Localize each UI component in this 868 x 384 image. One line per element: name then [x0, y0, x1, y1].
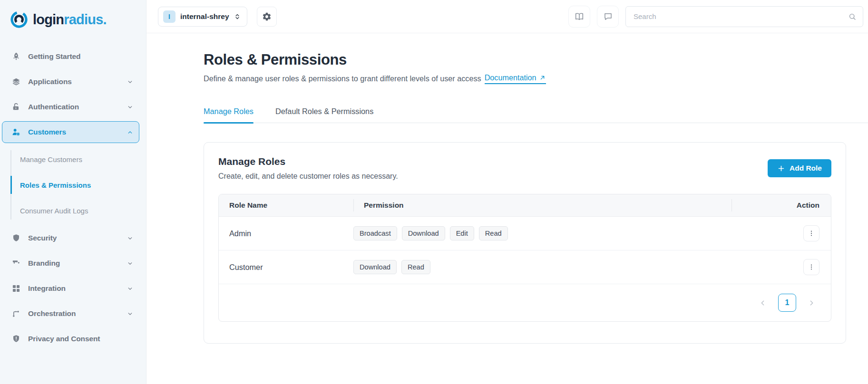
submenu-item-label: Consumer Audit Logs [20, 207, 88, 215]
chevron-left-icon [759, 299, 767, 307]
tab-default-roles-permissions[interactable]: Default Roles & Permissions [275, 107, 373, 123]
chevron-down-icon [127, 79, 133, 85]
chevron-down-icon [127, 311, 133, 317]
sidebar-item-customers[interactable]: Customers [2, 121, 139, 143]
action-cell [731, 225, 831, 241]
row-actions-menu-button[interactable] [803, 259, 819, 275]
lock-open-icon [11, 102, 21, 112]
documentation-link-label: Documentation [485, 73, 536, 82]
sidebar-item-label: Customers [28, 128, 66, 136]
loginradius-logo-text: loginradius. [33, 13, 107, 27]
sidebar-item-label: Branding [28, 259, 60, 268]
kebab-menu-icon [808, 263, 815, 271]
roles-table: Role Name Permission Action Admin Broadc… [218, 194, 831, 322]
card-title: Manage Roles [218, 156, 398, 167]
column-header-role-name: Role Name [219, 201, 353, 210]
permission-chip: Download [402, 226, 445, 240]
settings-button[interactable] [257, 7, 277, 27]
submenu-item-label: Roles & Permissions [20, 181, 91, 189]
tab-manage-roles[interactable]: Manage Roles [204, 107, 254, 123]
documentation-link[interactable]: Documentation [485, 73, 546, 84]
app-selector[interactable]: I internal-shrey [158, 7, 247, 27]
table-header-row: Role Name Permission Action [219, 194, 831, 217]
documentation-button[interactable] [568, 6, 590, 28]
permission-chip: Read [401, 260, 430, 274]
table-row: Admin Broadcast Download Edit Read [219, 217, 831, 250]
app-name: internal-shrey [180, 12, 229, 21]
chat-bubble-icon [603, 11, 613, 21]
pagination: 1 [219, 284, 831, 321]
permission-chip: Download [353, 260, 397, 274]
permissions-cell: Download Read [353, 260, 731, 274]
permission-chip: Read [479, 226, 508, 240]
rocket-icon [11, 51, 21, 62]
chevron-down-icon [127, 260, 133, 267]
search-input[interactable] [625, 6, 863, 27]
action-cell [731, 259, 831, 275]
layers-icon [11, 77, 21, 87]
page-subtitle: Define & manage user roles & permissions… [204, 73, 846, 84]
git-branch-icon [11, 308, 21, 319]
shield-alert-icon [11, 334, 21, 344]
sidebar-item-label: Privacy and Consent [28, 335, 100, 343]
user-gear-icon [11, 127, 21, 137]
sidebar-item-label: Integration [28, 284, 66, 293]
sidebar-item-label: Orchestration [28, 309, 76, 318]
page-content: Roles & Permissions Define & manage user… [146, 33, 868, 384]
next-page-button[interactable] [808, 299, 816, 307]
sidebar-nav: Getting Started Applications [0, 46, 146, 350]
manage-roles-card: Manage Roles Create, edit, and delete cu… [204, 142, 846, 344]
sidebar-item-branding[interactable]: Branding [2, 252, 139, 274]
customers-submenu: Manage Customers Roles & Permissions Con… [0, 146, 146, 223]
sidebar-item-label: Authentication [28, 103, 79, 111]
permission-chip: Broadcast [353, 226, 397, 240]
loginradius-logo[interactable]: loginradius. [0, 9, 146, 30]
gear-icon [262, 12, 272, 21]
main-area: I internal-shrey [146, 0, 868, 384]
row-actions-menu-button[interactable] [803, 225, 819, 241]
sidebar-item-label: Getting Started [28, 52, 80, 61]
add-role-button-label: Add Role [790, 164, 822, 173]
card-header-text: Manage Roles Create, edit, and delete cu… [218, 156, 398, 181]
sidebar-item-orchestration[interactable]: Orchestration [2, 303, 139, 325]
kebab-menu-icon [808, 230, 815, 237]
tabs: Manage Roles Default Roles & Permissions [204, 107, 868, 123]
sidebar-item-consumer-audit-logs[interactable]: Consumer Audit Logs [0, 198, 146, 223]
permissions-cell: Broadcast Download Edit Read [353, 226, 731, 240]
previous-page-button[interactable] [759, 299, 767, 307]
add-role-button[interactable]: Add Role [768, 159, 831, 177]
sidebar-item-integration[interactable]: Integration [2, 278, 139, 299]
sidebar-item-manage-customers[interactable]: Manage Customers [0, 146, 146, 172]
permission-chip: Edit [450, 226, 474, 240]
sidebar-item-getting-started[interactable]: Getting Started [2, 46, 139, 67]
sidebar-item-label: Applications [28, 77, 72, 86]
column-header-permission: Permission [353, 201, 731, 210]
loginradius-logo-icon [10, 10, 29, 29]
table-row: Customer Download Read [219, 250, 831, 284]
sidebar-item-privacy-and-consent[interactable]: Privacy and Consent [2, 328, 139, 350]
chevron-down-icon [127, 286, 133, 292]
search-box [625, 6, 863, 27]
sidebar: loginradius. Getting Started [0, 0, 146, 384]
role-name-cell: Admin [219, 229, 353, 238]
page-number-button[interactable]: 1 [778, 294, 796, 312]
paint-roller-icon [11, 258, 21, 269]
page-title: Roles & Permissions [204, 51, 846, 68]
plus-icon [777, 164, 785, 173]
book-open-icon [574, 11, 585, 22]
page-subtitle-text: Define & manage user roles & permissions… [204, 74, 481, 83]
grid-icon [11, 283, 21, 294]
sidebar-item-security[interactable]: Security [2, 227, 139, 249]
chevron-down-icon [127, 104, 133, 110]
sidebar-item-applications[interactable]: Applications [2, 71, 139, 93]
shield-icon [11, 233, 21, 243]
chevron-up-down-icon [234, 13, 241, 20]
chevron-right-icon [808, 299, 816, 307]
sidebar-item-roles-permissions[interactable]: Roles & Permissions [0, 172, 146, 198]
sidebar-item-label: Security [28, 234, 57, 242]
feedback-button[interactable] [597, 6, 619, 28]
card-subtitle: Create, edit, and delete customer roles … [218, 172, 398, 181]
chevron-up-icon [127, 129, 133, 135]
sidebar-item-authentication[interactable]: Authentication [2, 96, 139, 118]
search-icon [848, 12, 857, 21]
